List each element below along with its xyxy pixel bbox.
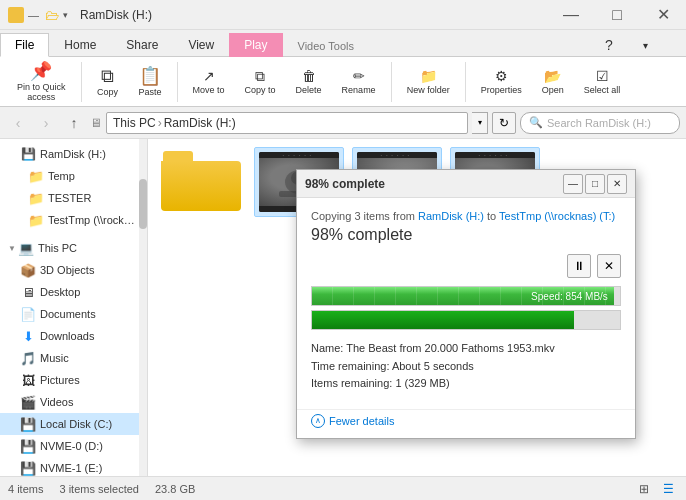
dialog-heading: 98% complete — [311, 226, 621, 244]
tab-share[interactable]: Share — [111, 33, 173, 57]
dialog-description: Copying 3 items from RamDisk (H:) to Tes… — [311, 210, 621, 222]
address-dropdown[interactable]: ▾ — [472, 112, 488, 134]
pin-to-quick[interactable]: 📌 Pin to Quickaccess — [8, 57, 75, 107]
paste-button[interactable]: 📋 Paste — [130, 62, 171, 102]
sidebar-label-3dobjects: 3D Objects — [40, 264, 94, 276]
documents-icon: 📄 — [20, 306, 36, 322]
selected-count: 3 items selected — [59, 483, 138, 495]
dialog-title-bar: 98% complete — □ ✕ — [297, 170, 635, 198]
dialog-close-button[interactable]: ✕ — [607, 174, 627, 194]
progress-dialog: 98% complete — □ ✕ Copying 3 items from … — [296, 169, 636, 439]
nvme0-icon: 💾 — [20, 438, 36, 454]
tab-home[interactable]: Home — [49, 33, 111, 57]
progress-fill-1: Speed: 854 MB/s — [312, 287, 614, 305]
dialog-actions: ⏸ ✕ — [311, 254, 621, 278]
sidebar-item-pictures[interactable]: 🖼 Pictures — [0, 369, 147, 391]
new-folder-button[interactable]: 📁 New folder — [398, 64, 459, 100]
speed-label: Speed: 854 MB/s — [531, 291, 608, 302]
path-sep1: › — [158, 116, 162, 130]
help-button[interactable]: ? — [598, 34, 638, 56]
list-view-button[interactable]: ☰ — [658, 479, 678, 499]
window-controls: — □ ✕ — [548, 0, 686, 30]
fewer-details-button[interactable]: ∧ Fewer details — [311, 414, 394, 428]
content-area: 98% complete — □ ✕ Copying 3 items from … — [148, 139, 686, 477]
path-ramdisk: RamDisk (H:) — [164, 116, 236, 130]
folder-body — [161, 161, 241, 211]
dialog-minimize-button[interactable]: — — [563, 174, 583, 194]
copy-to-button[interactable]: ⧉ Copy to — [236, 64, 285, 100]
grid-view-button[interactable]: ⊞ — [634, 479, 654, 499]
quick-access-minimize[interactable]: — — [28, 9, 39, 21]
search-box[interactable]: 🔍 Search RamDisk (H:) — [520, 112, 680, 134]
sidebar-item-desktop[interactable]: 🖥 Desktop — [0, 281, 147, 303]
sidebar-item-3dobjects[interactable]: 📦 3D Objects — [0, 259, 147, 281]
sidebar-item-videos[interactable]: 🎬 Videos — [0, 391, 147, 413]
scrollbar-track[interactable] — [139, 139, 147, 477]
quick-access-down[interactable]: ▾ — [63, 10, 68, 20]
search-icon: 🔍 — [529, 116, 543, 129]
sidebar-item-thispc[interactable]: ▼ 💻 This PC — [0, 237, 147, 259]
name-label: Name: — [311, 342, 343, 354]
ribbon-toggle[interactable]: ▾ — [638, 37, 678, 54]
folder-thumbnail — [161, 151, 241, 211]
dialog-dest-link[interactable]: TestTmp (\\rocknas) — [499, 210, 596, 222]
dialog-dest-suffix[interactable]: (T:) — [599, 210, 615, 222]
sidebar-item-documents[interactable]: 📄 Documents — [0, 303, 147, 325]
refresh-button[interactable]: ↻ — [492, 112, 516, 134]
sidebar-item-tester[interactable]: 📁 TESTER — [0, 187, 147, 209]
tab-view[interactable]: View — [173, 33, 229, 57]
pictures-icon: 🖼 — [20, 372, 36, 388]
localc-icon: 💾 — [20, 416, 36, 432]
sidebar-item-ramdisk[interactable]: 💾 RamDisk (H:) — [0, 143, 147, 165]
sidebar-item-music[interactable]: 🎵 Music — [0, 347, 147, 369]
dialog-source-link[interactable]: RamDisk (H:) — [418, 210, 484, 222]
tab-file[interactable]: File — [0, 33, 49, 57]
downloads-icon: ⬇ — [20, 328, 36, 344]
pause-button[interactable]: ⏸ — [567, 254, 591, 278]
sidebar-item-downloads[interactable]: ⬇ Downloads — [0, 325, 147, 347]
sidebar-label-nvme1: NVME-1 (E:) — [40, 462, 102, 474]
name-value: The Beast from 20.000 Fathoms 1953.mkv — [346, 342, 555, 354]
address-path[interactable]: This PC › RamDisk (H:) — [106, 112, 468, 134]
move-to-button[interactable]: ↗ Move to — [184, 64, 234, 100]
scrollbar-thumb[interactable] — [139, 179, 147, 229]
ribbon-content: 📌 Pin to Quickaccess ⧉ Copy 📋 Paste ↗ Mo… — [0, 56, 686, 106]
close-button[interactable]: ✕ — [640, 0, 686, 30]
title-bar: — 🗁 ▾ RamDisk (H:) — □ ✕ — [0, 0, 686, 30]
app-icon — [8, 7, 24, 23]
testtmp-icon: 📁 — [28, 212, 44, 228]
ribbon: File Home Share View Play Video Tools ? … — [0, 30, 686, 107]
delete-button[interactable]: 🗑 Delete — [287, 64, 331, 100]
dialog-maximize-button[interactable]: □ — [585, 174, 605, 194]
dialog-info-time: Time remaining: About 5 seconds — [311, 358, 621, 376]
copy-button[interactable]: ⧉ Copy — [88, 62, 128, 102]
sidebar-item-localc[interactable]: 💾 Local Disk (C:) — [0, 413, 147, 435]
sidebar-label-ramdisk: RamDisk (H:) — [40, 148, 106, 160]
maximize-button[interactable]: □ — [594, 0, 640, 30]
sidebar-item-temp[interactable]: 📁 Temp — [0, 165, 147, 187]
stop-button[interactable]: ✕ — [597, 254, 621, 278]
forward-button[interactable]: › — [34, 111, 58, 135]
up-button[interactable]: ↑ — [62, 111, 86, 135]
sidebar-item-testtmp[interactable]: 📁 TestTmp (\\rocknas) (... — [0, 209, 147, 231]
ramdisk-icon: 💾 — [20, 146, 36, 162]
view-controls: ⊞ ☰ — [634, 479, 678, 499]
open-button[interactable]: 📂 Open — [533, 64, 573, 100]
dialog-info: Name: The Beast from 20.000 Fathoms 1953… — [311, 340, 621, 393]
desktop-icon: 🖥 — [20, 284, 36, 300]
tab-play[interactable]: Play — [229, 33, 282, 57]
rename-button[interactable]: ✏ Rename — [333, 64, 385, 100]
back-button[interactable]: ‹ — [6, 111, 30, 135]
sidebar-item-nvme0[interactable]: 💾 NVME-0 (D:) — [0, 435, 147, 457]
tab-video-tools[interactable]: Video Tools — [283, 35, 369, 57]
file-item-folder[interactable] — [156, 147, 246, 215]
sidebar: 💾 RamDisk (H:) 📁 Temp 📁 TESTER 📁 TestTmp… — [0, 139, 148, 477]
sidebar-label-music: Music — [40, 352, 69, 364]
properties-button[interactable]: ⚙ Properties — [472, 64, 531, 100]
sidebar-item-nvme1[interactable]: 💾 NVME-1 (E:) — [0, 457, 147, 477]
minimize-button[interactable]: — — [548, 0, 594, 30]
dialog-copying-text: Copying 3 items from — [311, 210, 415, 222]
time-value: About 5 seconds — [392, 360, 474, 372]
select-button[interactable]: ☑ Select all — [575, 64, 630, 100]
progress-bar-1: Speed: 854 MB/s — [311, 286, 621, 306]
